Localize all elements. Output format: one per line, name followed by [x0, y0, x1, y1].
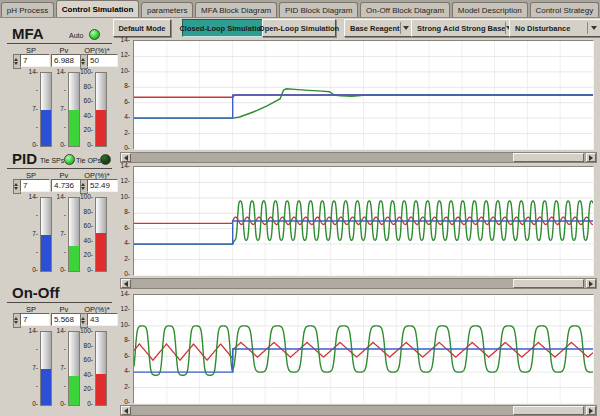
tab-pid-block-diagram[interactable]: PID Block Diagram [279, 2, 358, 17]
sp-field[interactable]: 7 [20, 179, 50, 192]
scroll-left-icon [121, 155, 128, 161]
sp-bar-scale: 14--7--0- [20, 197, 38, 270]
onoff-chart-x-scrollbar[interactable] [120, 405, 597, 416]
mfa-chart-y-axis: 14-12-10-8-6-4-2-0- [104, 40, 130, 148]
op-bar-scale: 100-80-60-40-20-0- [75, 72, 93, 145]
scroll-right-icon [589, 155, 596, 161]
tie-ops-led-label: Tie OPs [76, 157, 101, 164]
disturbance-dropdown-label: No Disturbance [515, 24, 570, 33]
mfa-chart-canvas [134, 41, 593, 149]
reagent-dropdown-label: Base Reagent [350, 24, 400, 33]
tie-sps-led-label: Tie SPs [40, 157, 64, 164]
scroll-left-button[interactable] [121, 153, 131, 162]
tab-parameters[interactable]: parameters [141, 2, 193, 17]
panel-divider [7, 302, 112, 303]
pv-field: 5.568 [51, 313, 82, 326]
pid-chart-x-scrollbar[interactable] [120, 278, 597, 289]
tab-mfa-block-diagram[interactable]: MFA Block Diagram [195, 2, 277, 17]
pid-chart-canvas [134, 167, 593, 275]
sp-field[interactable]: 7 [20, 313, 50, 326]
tab-ph-process[interactable]: pH Process [1, 2, 54, 17]
op-bar-scale: 100-80-60-40-20-0- [75, 331, 93, 404]
pv-bar-scale: 14--7--0- [48, 197, 66, 270]
scrollbar-thumb[interactable] [513, 153, 584, 162]
system-dropdown-label: Strong Acid Strong Base [417, 24, 505, 33]
onoff-chart-plot [133, 294, 594, 404]
tie-sps-led[interactable] [64, 154, 75, 165]
scroll-left-icon [121, 281, 128, 287]
pv-field: 6.988 [51, 54, 82, 67]
mfa-chart-x-scrollbar[interactable] [120, 152, 597, 163]
default-mode-button[interactable]: Default Mode [113, 19, 171, 37]
tab-onoff-block-diagram[interactable]: On-Off Block Diagram [360, 2, 450, 17]
pid-panel: PID Tie SPs Tie OPs SP Pv OP(%)* 7 4.736… [0, 151, 118, 279]
onoff-chart-canvas [134, 295, 593, 403]
scroll-right-icon [589, 408, 596, 414]
control-simulation-window: pH Process Control Simulation parameters… [0, 0, 600, 416]
dropdown-arrow-icon [587, 22, 599, 34]
panel-divider [7, 168, 112, 169]
scroll-left-button[interactable] [121, 279, 131, 288]
op-bar-scale: 100-80-60-40-20-0- [75, 197, 93, 270]
tab-bar: pH Process Control Simulation parameters… [0, 0, 600, 18]
mfa-chart-plot [133, 40, 594, 150]
pid-chart-y-axis: 14-12-10-8-6-4-2-0- [104, 166, 130, 274]
open-loop-simulation-button[interactable]: Open-Loop Simulation [262, 19, 336, 37]
scrollbar-thumb[interactable] [513, 406, 584, 415]
system-dropdown[interactable]: Strong Acid Strong Base [411, 19, 515, 37]
dropdown-arrow-icon [400, 22, 411, 34]
reagent-dropdown[interactable]: Base Reagent [344, 19, 414, 37]
pid-chart-plot [133, 166, 594, 276]
panel-divider [7, 43, 112, 44]
onoff-chart-y-axis: 14-12-10-8-6-4-2-0- [104, 294, 130, 402]
mfa-panel-title: MFA [12, 26, 44, 41]
scroll-right-button[interactable] [586, 406, 596, 415]
scroll-left-button[interactable] [121, 406, 131, 415]
tie-ops-led[interactable] [100, 154, 111, 165]
pv-bar-scale: 14--7--0- [48, 72, 66, 145]
closed-loop-simulation-button[interactable]: Closed-Loop Simulation [182, 19, 263, 37]
scroll-left-icon [121, 408, 128, 414]
scroll-right-icon [589, 281, 596, 287]
scroll-right-button[interactable] [586, 279, 596, 288]
auto-led[interactable] [89, 29, 100, 40]
onoff-panel: On-Off SP Pv OP(%)* 7 5.568 43 14--7--0-… [0, 285, 118, 413]
sp-bar-scale: 14--7--0- [20, 331, 38, 404]
sp-bar-scale: 14--7--0- [20, 72, 38, 145]
pid-panel-title: PID [12, 151, 37, 166]
tab-control-simulation[interactable]: Control Simulation [56, 0, 139, 17]
disturbance-dropdown[interactable]: No Disturbance [509, 19, 600, 37]
scroll-right-button[interactable] [586, 153, 596, 162]
onoff-panel-title: On-Off [12, 285, 59, 300]
sp-field[interactable]: 7 [20, 54, 50, 67]
tab-control-strategy[interactable]: Control Strategy [530, 2, 599, 17]
mfa-panel: MFA Auto SP Pv OP(%)* 7 6.988 50 14--7--… [0, 26, 118, 150]
pv-field: 4.736 [51, 179, 82, 192]
scrollbar-thumb[interactable] [513, 279, 584, 288]
auto-led-label: Auto [69, 32, 83, 39]
pv-bar-scale: 14--7--0- [48, 331, 66, 404]
tab-model-description[interactable]: Model Description [452, 2, 528, 17]
